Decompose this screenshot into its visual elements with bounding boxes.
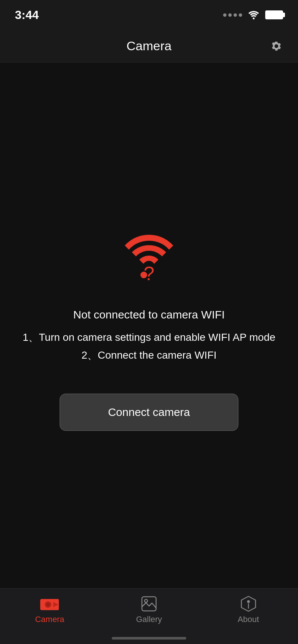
tab-gallery[interactable]: Gallery [99,596,199,624]
svg-point-12 [247,601,249,603]
app-header: Camera [0,30,298,63]
wifi-question-icon: ? [112,220,186,291]
bottom-nav: Camera Gallery About [0,588,298,644]
camera-nav-icon-wrap [40,596,59,612]
settings-button[interactable] [268,38,285,54]
home-indicator [112,637,186,640]
not-connected-text: Not connected to camera WIFI [23,308,276,321]
svg-text:?: ? [144,263,155,284]
svg-point-0 [253,17,255,19]
svg-rect-9 [142,597,156,611]
wifi-status-icon [247,10,260,20]
camera-nav-icon [40,597,59,611]
status-time: 3:44 [15,8,39,22]
wifi-question-container: ? [112,220,186,291]
gallery-nav-icon-wrap [139,596,159,612]
main-content: ? Not connected to camera WIFI 1、Turn on… [0,63,298,588]
gallery-nav-label: Gallery [136,615,162,624]
about-nav-icon [241,596,256,612]
status-icons [223,10,283,20]
svg-point-10 [145,599,148,602]
connect-button-label: Connect camera [108,406,190,419]
camera-nav-label: Camera [35,615,64,624]
tab-about[interactable]: About [199,596,298,624]
tab-camera[interactable]: Camera [0,596,99,624]
gear-icon [270,40,282,52]
svg-point-5 [46,602,50,607]
status-text-area: Not connected to camera WIFI 1、Turn on c… [23,308,276,364]
page-title: Camera [127,39,172,53]
gallery-nav-icon [141,596,157,612]
battery-icon [265,10,283,19]
connect-camera-button[interactable]: Connect camera [60,394,238,431]
about-nav-icon-wrap [239,596,258,612]
instruction-1: 1、Turn on camera settings and enable WIF… [23,329,276,346]
instruction-text: 1、Turn on camera settings and enable WIF… [23,329,276,364]
status-bar: 3:44 [0,0,298,30]
instruction-2: 2、Connect the camera WIFI [23,346,276,364]
signal-dots-icon [223,13,242,17]
about-nav-label: About [238,615,259,624]
